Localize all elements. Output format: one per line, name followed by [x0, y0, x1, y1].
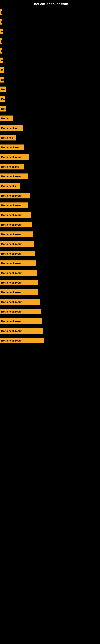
- bottleneck-bar: Bottleneck result: [0, 270, 37, 276]
- bottleneck-bar: Bot: [0, 106, 6, 112]
- bottleneck-bar: Bottleneck result: [0, 154, 29, 160]
- bottleneck-bar: Bottleneck result: [0, 328, 43, 334]
- bar-row: |: [0, 7, 100, 17]
- bar-row: Bottleneck result: [0, 230, 100, 239]
- bottleneck-bar: B: [0, 67, 3, 73]
- bar-row: Bottleneck result: [0, 268, 100, 278]
- bar-row: Bottleneck result: [0, 307, 100, 316]
- bottleneck-bar: Bo: [0, 96, 5, 102]
- bar-row: Bottleneck result: [0, 249, 100, 258]
- bar-row: Bottleneck res: [0, 142, 100, 152]
- bar-row: Bottleneck result: [0, 258, 100, 268]
- bar-row: Bottleneck result: [0, 336, 100, 345]
- bar-row: |: [0, 36, 100, 46]
- bar-row: Bottleneck re: [0, 123, 100, 133]
- bottleneck-bar: |: [0, 38, 2, 44]
- bar-row: Bot: [0, 84, 100, 94]
- bottleneck-bar: Bottlenec: [0, 135, 16, 140]
- bar-row: |: [0, 46, 100, 56]
- bottleneck-bar: Bottleneck res: [0, 164, 24, 170]
- bar-row: B: [0, 56, 100, 65]
- bottleneck-bar: Bottleneck res: [0, 144, 24, 150]
- bottleneck-bar: B: [0, 28, 3, 34]
- bar-row: Bottleneck r: [0, 181, 100, 191]
- bottleneck-bar: Bo: [0, 77, 4, 82]
- bar-row: Bottleneck result: [0, 220, 100, 230]
- bar-row: B: [0, 65, 100, 75]
- bottleneck-bar: Bottleneck result: [0, 241, 34, 247]
- bottleneck-bar: Bottleneck result: [0, 280, 38, 285]
- bottleneck-bar: Bottleneck result: [0, 232, 33, 237]
- bottleneck-bar: Bottleneck result: [0, 193, 30, 198]
- bar-row: Bottleneck result: [0, 278, 100, 288]
- bottleneck-bar: Bottleneck result: [0, 251, 35, 256]
- bar-row: Bottleneck result: [0, 152, 100, 162]
- bar-row: Bo: [0, 75, 100, 84]
- site-title: TheBottlenecker.com: [0, 0, 100, 7]
- bottleneck-bar: B: [0, 58, 3, 63]
- bottleneck-bar: |: [0, 19, 2, 24]
- bottleneck-bar: Bottleneck resul: [0, 202, 28, 208]
- bottleneck-bar: Bottleneck result: [0, 212, 31, 218]
- bottleneck-bar: Bottleneck result: [0, 299, 40, 305]
- bar-row: B: [0, 26, 100, 36]
- bottleneck-bar: Bottleneck result: [0, 309, 41, 314]
- bar-row: Bottlen: [0, 114, 100, 123]
- bottleneck-bar: Bottlen: [0, 116, 13, 121]
- bottleneck-bar: |: [0, 48, 2, 54]
- bar-row: Bottleneck result: [0, 210, 100, 220]
- bottleneck-bar: Bottleneck re: [0, 125, 23, 131]
- bar-row: Bottleneck resul: [0, 172, 100, 181]
- bar-row: Bot: [0, 104, 100, 114]
- bar-row: Bottleneck resul: [0, 200, 100, 210]
- bottleneck-bar: Bottleneck r: [0, 183, 20, 189]
- bar-row: Bottleneck result: [0, 316, 100, 326]
- bar-row: Bottleneck result: [0, 239, 100, 249]
- bottleneck-bar: Bottleneck result: [0, 222, 32, 228]
- bottleneck-bar: Bottleneck resul: [0, 174, 28, 179]
- bottleneck-bar: Bottleneck result: [0, 290, 38, 295]
- bar-row: Bottleneck res: [0, 162, 100, 172]
- bar-row: Bottleneck result: [0, 326, 100, 336]
- bar-row: Bottleneck result: [0, 288, 100, 297]
- bar-row: |: [0, 17, 100, 26]
- bottleneck-bar: Bottleneck result: [0, 318, 42, 324]
- bar-row: Bottleneck result: [0, 191, 100, 200]
- bottleneck-bar: Bot: [0, 86, 6, 92]
- bar-row: Bottleneck result: [0, 297, 100, 307]
- bottleneck-bar: Bottleneck result: [0, 260, 36, 266]
- bar-row: Bo: [0, 94, 100, 104]
- bottleneck-bar: |: [0, 9, 2, 15]
- bar-row: Bottlenec: [0, 133, 100, 142]
- bottleneck-bar: Bottleneck result: [0, 338, 44, 343]
